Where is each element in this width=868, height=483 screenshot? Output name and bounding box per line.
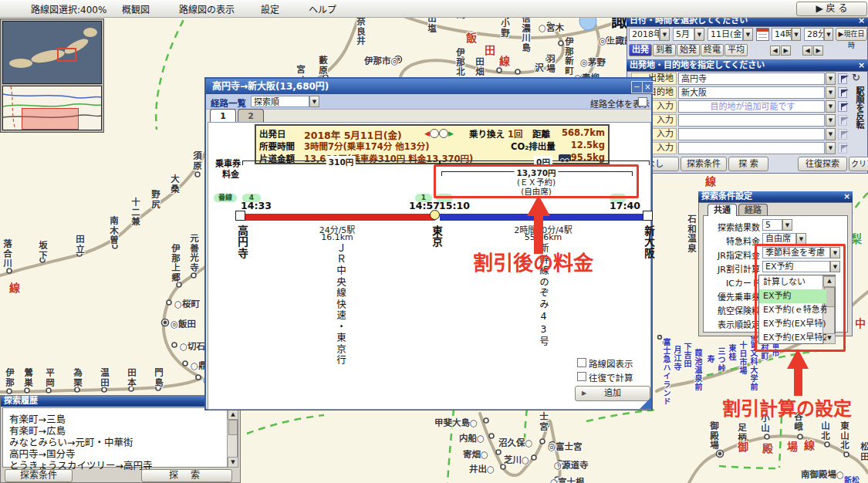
mode-button-到着[interactable]: 到着 (653, 44, 676, 56)
station-flag-icon[interactable] (838, 143, 847, 154)
station-flag-icon[interactable] (838, 115, 847, 126)
map-station-label: ◎飯田 (171, 317, 196, 329)
dialog-title-bar[interactable]: 高円寺→新大阪(13,680円) (206, 79, 651, 94)
minute-next-icon[interactable]: ▶ (813, 46, 823, 56)
menu-item-2[interactable]: 路線図の表示 (179, 2, 235, 15)
back-button-label: 戻 る (826, 3, 848, 14)
show-route-map-checkbox[interactable] (577, 358, 586, 367)
round-trip-search-button[interactable]: 往復探索 (798, 157, 847, 171)
hour-next-icon[interactable]: ▶ (781, 46, 791, 56)
map-station-label: 南御殿場○ (801, 468, 844, 480)
day-select[interactable]: 11日(金) (708, 28, 743, 41)
hour-dropdown-icon[interactable]: ▼ (792, 28, 801, 41)
back-button[interactable]: ▶ 戻 る (796, 2, 867, 16)
minimize-icon[interactable]: − (631, 81, 643, 93)
tab-common[interactable]: 共通 (708, 204, 737, 216)
minute-select[interactable]: 28分 (804, 28, 824, 41)
cond-field-dropdown-icon-0[interactable]: ▼ (782, 219, 792, 231)
minute-dropdown-icon[interactable]: ▼ (824, 28, 833, 41)
show-all-routes-checkbox[interactable] (638, 97, 647, 106)
dest-row-input-5[interactable] (678, 142, 825, 154)
minute-prev-icon[interactable]: ◀ (802, 46, 812, 56)
mode-button-終電[interactable]: 終電 (701, 44, 724, 56)
condition-panel-header[interactable]: 探索条件設定 (698, 191, 853, 202)
japan-overview-map[interactable] (2, 21, 102, 84)
discount-annotation-arrow-shaft (794, 368, 802, 396)
sort-order-select[interactable]: 探索順 (251, 96, 309, 107)
sort-dropdown-icon[interactable]: ▼ (309, 96, 319, 107)
history-scrollbar[interactable]: ▲ ▼ (227, 408, 238, 467)
menu-item-1[interactable]: 概観図 (122, 2, 150, 15)
timeline-time-0: 14:33 (239, 200, 273, 211)
dest-row-input-0[interactable]: 高円寺 (678, 73, 825, 85)
search-button[interactable]: 探 索 (728, 157, 768, 171)
current-datetime-button[interactable]: ▶現在日時 (836, 28, 867, 41)
scroll-up-icon[interactable]: ▲ (228, 409, 238, 420)
selected-region-rectangle[interactable] (22, 108, 79, 130)
search-conditions-button[interactable]: 探索条件 (681, 157, 727, 171)
dest-row-input-1[interactable]: 新大阪 (678, 86, 825, 99)
cond-field-dropdown-icon-1[interactable]: ▼ (796, 233, 806, 245)
history-search-conditions-button[interactable]: 探索条件 (5, 469, 73, 482)
close-icon[interactable]: × (642, 81, 654, 93)
reverse-order-label[interactable]: 駅順を反転 (852, 86, 865, 151)
dest-row-dropdown-icon[interactable]: ▼ (826, 86, 836, 99)
reverse-order-icon[interactable]: ↻ (852, 72, 864, 84)
year-dropdown-icon[interactable]: ▼ (660, 28, 670, 41)
condition-close-icon[interactable]: × (843, 192, 850, 201)
add-button-label: 追加 (604, 388, 621, 398)
mode-button-始発[interactable]: 始発 (677, 44, 700, 56)
map-station-label: ◎富士宮 (548, 440, 583, 452)
hour-select[interactable]: 14時 (772, 28, 792, 41)
seg1-distance: 16.1km (287, 232, 387, 242)
cond-field-value-1[interactable]: 自由席 (762, 233, 796, 245)
map-station-label: 線 (804, 437, 815, 452)
tab-route[interactable]: 経路 (738, 204, 768, 216)
dest-row-dropdown-icon[interactable]: ▼ (826, 73, 836, 85)
destination-close-icon[interactable]: × (858, 61, 865, 70)
viewport-rectangle[interactable] (57, 48, 76, 62)
mode-button-平均[interactable]: 平均 (724, 44, 748, 56)
dest-row-input-4[interactable] (678, 128, 825, 140)
station-flag-icon[interactable] (838, 129, 847, 140)
history-search-button[interactable]: 探 索 (141, 469, 232, 482)
map-station-label: 士宮 (537, 412, 549, 431)
day-dropdown-icon[interactable]: ▼ (743, 28, 753, 41)
overview-minimap[interactable] (0, 19, 104, 133)
menu-item-3[interactable]: 設定 (261, 2, 279, 15)
dest-row-input-3[interactable] (678, 114, 825, 127)
transfer-value: 1回 (508, 127, 523, 140)
resize-grip[interactable] (640, 397, 651, 409)
clear-button[interactable]: クリア (849, 157, 868, 171)
menu-item-4[interactable]: ヘルプ (309, 2, 336, 15)
dest-row-dropdown-icon[interactable]: ▼ (826, 128, 836, 140)
month-select[interactable]: 5月 (673, 28, 694, 41)
year-select[interactable]: 2018年 (629, 28, 660, 41)
tab-route-1[interactable]: 1 (210, 109, 236, 122)
route-result-dialog: 高円寺→新大阪(13,680円) − × 経路一覧 探索順 ▼ 経路全体を表示 … (204, 77, 653, 410)
menu-item-0[interactable]: 路線図選択:400% (31, 2, 106, 15)
round-trip-calc-checkbox[interactable] (577, 372, 586, 381)
map-station-label: 石和温泉 (685, 214, 697, 253)
destination-panel-header[interactable]: 出発地・目的地を指定してください (627, 60, 868, 71)
scroll-down-icon[interactable]: ▼ (228, 457, 238, 468)
mode-button-出発[interactable]: 出発 (629, 44, 652, 56)
station-flag-icon[interactable] (838, 73, 847, 84)
map-station-label: 松田 (858, 442, 868, 461)
dest-row-dropdown-icon[interactable]: ▼ (826, 100, 836, 113)
station-flag-icon[interactable] (838, 101, 847, 112)
cond-field-label-5: 優先乗車券 (704, 290, 760, 302)
map-station-label: 山北 (819, 421, 831, 441)
region-minimap[interactable] (2, 86, 102, 130)
cond-field-value-0[interactable]: 5 (762, 219, 782, 231)
dest-row-dropdown-icon[interactable]: ▼ (826, 114, 836, 127)
dest-row-input-2[interactable]: 目的地が追加可能です (678, 100, 825, 113)
scrollbar-thumb[interactable] (228, 420, 238, 435)
month-dropdown-icon[interactable]: ▼ (694, 28, 704, 41)
station-flag-icon[interactable] (838, 87, 847, 98)
tab-route-2[interactable]: 2 (238, 109, 264, 122)
calendar-icon[interactable] (756, 28, 769, 41)
hour-prev-icon[interactable]: ◀ (770, 46, 780, 56)
dest-row-dropdown-icon[interactable]: ▼ (826, 142, 836, 154)
route-pager-icons[interactable]: ◀▶ (424, 127, 454, 138)
